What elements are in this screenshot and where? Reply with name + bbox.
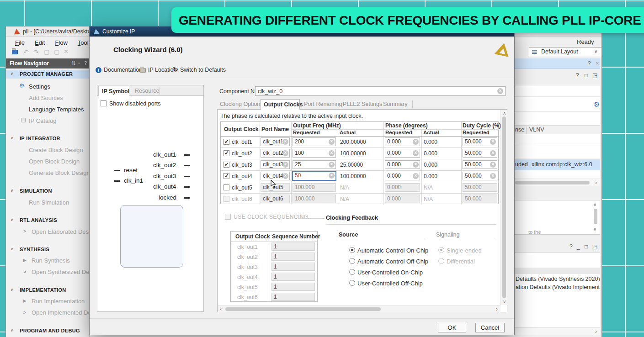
minimize-icon[interactable]: _ (577, 243, 580, 250)
sidebar-item-generate-block-design[interactable]: Generate Block Design (29, 169, 90, 176)
pin-icon[interactable]: ◦ (78, 60, 80, 66)
radio-automatic-on-chip-label[interactable]: Automatic Control On-Chip (357, 247, 428, 254)
row-checkbox[interactable] (224, 139, 229, 145)
clear-icon[interactable] (413, 150, 419, 156)
port-name-field[interactable]: clk_out1 (261, 137, 290, 146)
section-chevron-icon[interactable]: ∨ (11, 72, 13, 76)
row-checkbox[interactable] (224, 184, 229, 190)
port-name-field[interactable]: clk_out2 (261, 149, 290, 158)
float-icon[interactable]: ◳ (592, 72, 597, 79)
phase-requested-field[interactable]: 0.000 (385, 137, 420, 146)
sidebar-section-project-manager[interactable]: PROJECT MANAGER (20, 71, 73, 77)
ip-location-link[interactable]: IP Location (148, 67, 176, 73)
expand-icon[interactable]: > (23, 269, 26, 274)
synthesis-defaults-row[interactable]: Defaults (Vivado Synthesis 2020) (516, 276, 600, 282)
paste-icon[interactable]: ▢ (54, 48, 59, 55)
scroll-up-icon[interactable]: ∧ (593, 202, 596, 207)
clear-icon[interactable] (490, 150, 496, 156)
vlnv-column-header[interactable]: VLNV (529, 126, 544, 133)
help-icon[interactable]: ? (569, 243, 573, 250)
close-icon[interactable]: × (596, 60, 599, 67)
radio-automatic-off-chip-label[interactable]: Automatic Control Off-Chip (357, 258, 428, 265)
sidebar-item-settings[interactable]: Settings (29, 83, 50, 90)
port-name-field[interactable]: clk_out3 (261, 160, 290, 169)
menu-edit[interactable]: Edit (35, 39, 45, 46)
freq-requested-field[interactable]: 25 (293, 160, 336, 169)
section-chevron-icon[interactable]: ∨ (11, 288, 13, 292)
scroll-right-icon[interactable]: › (496, 307, 498, 311)
freq-requested-field-editing[interactable]: 50 (292, 171, 336, 181)
radio-automatic-on-chip[interactable] (349, 247, 355, 253)
clear-icon[interactable] (413, 162, 419, 168)
sidebar-section-synthesis[interactable]: SYNTHESIS (20, 247, 49, 252)
tab-output-clocks[interactable]: Output Clocks (261, 99, 300, 110)
duty-requested-field[interactable]: 50.000 (463, 172, 497, 180)
tab-plle2-settings[interactable]: PLLE2 Settings (343, 101, 382, 107)
freq-requested-field[interactable]: 100 (293, 149, 336, 158)
section-chevron-icon[interactable]: ∨ (11, 247, 13, 251)
sidebar-item-run-synthesis[interactable]: Run Synthesis (32, 257, 70, 264)
clear-icon[interactable] (497, 88, 503, 94)
sidebar-item-open-block-design[interactable]: Open Block Design (29, 158, 80, 165)
clear-icon[interactable] (329, 139, 335, 145)
menu-file[interactable]: File (15, 39, 25, 46)
sidebar-item-open-elaborated-design[interactable]: Open Elaborated Design (32, 228, 96, 235)
section-chevron-icon[interactable]: ∨ (11, 136, 13, 140)
clear-icon[interactable] (490, 173, 496, 179)
ip-row-selected[interactable]: uded xilinx.com:ip:clk_wiz:6.0 (514, 159, 600, 170)
component-name-input[interactable]: clk_wiz_0 (255, 86, 506, 96)
content-hscrollbar[interactable]: ‹ › (218, 305, 500, 312)
tab-resource-label[interactable]: Resource (135, 88, 160, 94)
copy-icon[interactable]: ▢ (44, 48, 49, 55)
dock-icon[interactable]: ⇅ (71, 60, 75, 66)
redo-icon[interactable]: ↷ (33, 48, 39, 56)
phase-requested-field[interactable]: 0.000 (385, 149, 420, 158)
sidebar-section-rtl-analysis[interactable]: RTL ANALYSIS (20, 217, 57, 223)
clear-icon[interactable] (413, 173, 419, 179)
ok-button[interactable]: OK (438, 323, 466, 332)
clear-icon[interactable] (282, 173, 288, 179)
radio-automatic-off-chip[interactable] (349, 258, 355, 264)
sidebar-item-add-sources[interactable]: Add Sources (29, 95, 63, 101)
expand-icon[interactable]: > (23, 310, 26, 315)
sidebar-section-simulation[interactable]: SIMULATION (20, 188, 52, 194)
switch-to-defaults-link[interactable]: Switch to Defaults (180, 67, 226, 73)
clear-icon[interactable] (490, 162, 496, 168)
scroll-up-icon[interactable]: ∧ (503, 111, 506, 116)
help-icon[interactable]: ? (588, 60, 591, 67)
license-column-header[interactable]: nse (515, 126, 524, 133)
radio-user-on-chip-label[interactable]: User-Controlled On-Chip (357, 269, 423, 276)
flow-navigator-header[interactable]: Flow Navigator ⇅ ◦ ? (6, 58, 90, 68)
undo-icon[interactable]: ↶ (23, 48, 29, 56)
ip-list-hscrollbar[interactable]: › (514, 179, 600, 186)
documentation-link[interactable]: Documentation (104, 67, 142, 73)
tab-clocking-options[interactable]: Clocking Options (220, 101, 263, 107)
layout-selector[interactable]: Default Layout ∨ (529, 47, 602, 56)
sidebar-item-create-block-design[interactable]: Create Block Design (29, 147, 83, 153)
maximize-icon[interactable]: □ (585, 243, 588, 250)
duty-requested-field[interactable]: 50.000 (463, 149, 497, 158)
sidebar-section-implementation[interactable]: IMPLEMENTATION (20, 287, 66, 293)
scroll-right-icon[interactable]: › (595, 180, 597, 185)
tab-summary[interactable]: Summary (383, 101, 407, 107)
section-chevron-icon[interactable]: ∨ (11, 328, 13, 332)
duty-requested-field[interactable]: 50.000 (463, 137, 497, 146)
radio-user-off-chip[interactable] (349, 280, 355, 286)
clear-icon[interactable] (329, 173, 335, 179)
clear-icon[interactable] (490, 139, 496, 145)
show-disabled-ports-checkbox[interactable] (101, 100, 106, 106)
content-vscrollbar[interactable]: ∧ ∨ (500, 110, 507, 305)
row-checkbox[interactable] (224, 150, 229, 156)
implementation-defaults-row[interactable]: ation Defaults (Vivado Implementation 2 (516, 284, 600, 290)
row-checkbox[interactable] (224, 162, 229, 168)
freq-requested-field[interactable]: 200 (293, 137, 336, 146)
tab-ip-symbol[interactable]: IP Symbol (98, 86, 129, 96)
clear-icon[interactable] (329, 150, 335, 156)
help-icon[interactable]: ? (84, 60, 87, 66)
gear-icon[interactable]: ⚙ (594, 100, 600, 109)
section-chevron-icon[interactable]: ∨ (11, 189, 13, 193)
sidebar-section-program-and-debug[interactable]: PROGRAM AND DEBUG (20, 328, 80, 333)
scroll-left-icon[interactable]: ‹ (220, 307, 222, 311)
open-project-icon[interactable] (12, 50, 18, 54)
cancel-button[interactable]: Cancel (475, 323, 505, 332)
